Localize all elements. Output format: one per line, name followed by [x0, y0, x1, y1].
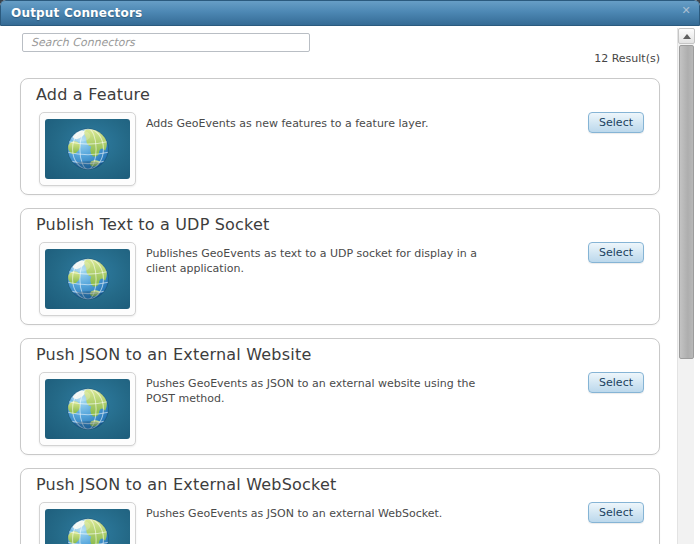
vertical-scrollbar[interactable] — [677, 28, 694, 544]
dialog-content: 12 Result(s) Add a Feature Adds GeoEvent… — [0, 27, 700, 544]
up-triangle-icon — [683, 34, 691, 39]
connector-title: Push JSON to an External Website — [36, 345, 311, 364]
close-icon[interactable]: ✕ — [679, 4, 693, 18]
connector-title: Publish Text to a UDP Socket — [36, 215, 270, 234]
select-button[interactable]: Select — [588, 242, 644, 263]
globe-icon — [45, 509, 130, 544]
connector-thumbnail-frame — [39, 502, 136, 544]
connector-thumbnail-frame — [39, 242, 136, 316]
globe-icon — [45, 379, 130, 439]
dialog-titlebar: Output Connectors ✕ — [0, 0, 700, 26]
connector-card-publish-text-udp: Publish Text to a UDP Socket Publishes G… — [20, 208, 660, 325]
connector-description: Pushes GeoEvents as JSON to an external … — [146, 377, 499, 407]
connector-description: Pushes GeoEvents as JSON to an external … — [146, 507, 499, 522]
scrollbar-up-button[interactable] — [678, 28, 695, 44]
connector-list: Add a Feature Adds GeoEvents as new feat… — [20, 78, 660, 544]
select-button[interactable]: Select — [588, 502, 644, 523]
dialog-title: Output Connectors — [11, 6, 142, 20]
connector-thumbnail-frame — [39, 112, 136, 186]
connector-title: Push JSON to an External WebSocket — [36, 475, 336, 494]
connector-description: Adds GeoEvents as new features to a feat… — [146, 117, 499, 132]
select-button[interactable]: Select — [588, 372, 644, 393]
connector-title: Add a Feature — [36, 85, 150, 104]
select-button[interactable]: Select — [588, 112, 644, 133]
connector-card-push-json-website: Push JSON to an External Website Pushes … — [20, 338, 660, 455]
connector-card-push-json-websocket: Push JSON to an External WebSocket Pushe… — [20, 468, 660, 544]
results-count: 12 Result(s) — [594, 52, 660, 65]
globe-icon — [45, 119, 130, 179]
scrollbar-thumb[interactable] — [679, 45, 694, 359]
output-connectors-dialog: Output Connectors ✕ 12 Result(s) Add a F… — [0, 0, 700, 544]
connector-thumbnail-frame — [39, 372, 136, 446]
globe-icon — [45, 249, 130, 309]
search-input[interactable] — [22, 33, 310, 52]
connector-card-add-a-feature: Add a Feature Adds GeoEvents as new feat… — [20, 78, 660, 195]
connector-description: Publishes GeoEvents as text to a UDP soc… — [146, 247, 499, 277]
